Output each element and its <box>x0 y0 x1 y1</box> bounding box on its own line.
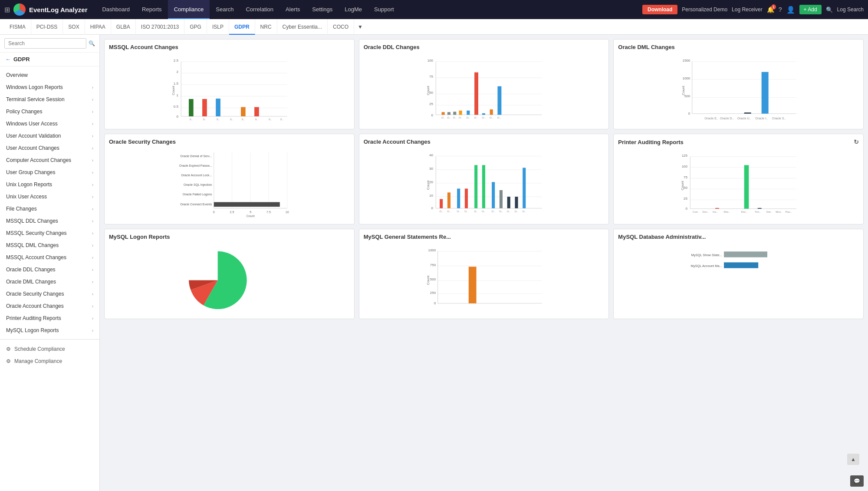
sidebar-item-oracle-security[interactable]: Oracle Security Changes › <box>0 288 99 300</box>
svg-text:O..: O.. <box>499 210 503 213</box>
sidebar-item-label: Windows Logon Reports <box>6 84 63 90</box>
user-avatar[interactable]: 👤 <box>786 6 795 14</box>
tab-islp[interactable]: ISLP <box>207 19 229 35</box>
sidebar-search-icon[interactable]: 🔍 <box>89 40 95 46</box>
app-grid-icon[interactable]: ⊞ <box>4 6 10 14</box>
chevron-right-icon: › <box>92 328 93 333</box>
svg-text:0: 0 <box>686 207 688 211</box>
svg-rect-112 <box>500 190 503 208</box>
nav-dashboard[interactable]: Dashboard <box>96 0 136 19</box>
scroll-to-top-button[interactable]: ▲ <box>847 454 859 465</box>
more-tabs-button[interactable]: ▼ <box>354 24 366 30</box>
sidebar-manage-compliance[interactable]: ⚙ Manage Compliance <box>0 355 99 367</box>
svg-rect-113 <box>507 197 510 208</box>
charts-grid: MSSQL Account Changes 2.5 2 1.5 1 0.5 0 <box>104 39 864 319</box>
chart-oracle-dml-changes: Oracle DML Changes 1500 1000 500 0 Oracl… <box>613 39 864 129</box>
tab-pci-dss[interactable]: PCI-DSS <box>31 19 63 35</box>
svg-text:1000: 1000 <box>683 76 690 80</box>
sidebar-item-oracle-dml[interactable]: Oracle DML Changes › <box>0 276 99 288</box>
svg-rect-15 <box>216 99 220 116</box>
tab-glba[interactable]: GLBA <box>111 19 136 35</box>
svg-text:0: 0 <box>434 301 436 305</box>
sidebar-item-label: File Changes <box>6 206 37 212</box>
svg-rect-14 <box>202 99 207 116</box>
nav-correlation[interactable]: Correlation <box>240 0 279 19</box>
sidebar-item-file-changes[interactable]: File Changes › <box>0 203 99 215</box>
chevron-right-icon: › <box>92 97 93 102</box>
sidebar: 🔍 ← GDPR Overview Windows Logon Reports … <box>0 35 100 491</box>
chart-title-text: Oracle DDL Changes <box>364 44 420 50</box>
nav-reports[interactable]: Reports <box>136 0 168 19</box>
sidebar-item-user-account-changes[interactable]: User Account Changes › <box>0 142 99 154</box>
chevron-right-icon: › <box>92 231 93 236</box>
tab-iso[interactable]: ISO 27001:2013 <box>136 19 184 35</box>
svg-text:O..: O.. <box>457 210 460 213</box>
nav-alerts[interactable]: Alerts <box>279 0 306 19</box>
chevron-right-icon: › <box>92 267 93 272</box>
sidebar-item-overview[interactable]: Overview <box>0 69 99 81</box>
notification-bell[interactable]: 🔔1 <box>767 6 774 13</box>
sidebar-item-windows-user-access[interactable]: Windows User Access › <box>0 118 99 130</box>
svg-text:0: 0 <box>213 211 215 214</box>
sidebar-item-mssql-dml[interactable]: MSSQL DML Changes › <box>0 239 99 251</box>
sidebar-item-unix-user-access[interactable]: Unix User Access › <box>0 191 99 203</box>
sidebar-item-terminal[interactable]: Terminal Service Session › <box>0 93 99 105</box>
sidebar-item-oracle-account[interactable]: Oracle Account Changes › <box>0 300 99 312</box>
nav-support[interactable]: Support <box>368 0 400 19</box>
sidebar-item-windows-logon[interactable]: Windows Logon Reports › <box>0 81 99 93</box>
mysql-general-bar-chart: 1000 750 500 250 0 Count <box>364 244 605 313</box>
svg-text:Count: Count <box>426 275 430 285</box>
sidebar-schedule-compliance[interactable]: ⚙ Schedule Compliance <box>0 343 99 355</box>
sidebar-item-user-group[interactable]: User Group Changes › <box>0 166 99 178</box>
sidebar-item-mssql-account[interactable]: MSSQL Account Changes › <box>0 251 99 264</box>
svg-rect-39 <box>447 112 450 115</box>
nav-compliance[interactable]: Compliance <box>168 0 210 19</box>
sidebar-item-printer-auditing[interactable]: Printer Auditing Reports › <box>0 312 99 324</box>
mssql-account-bar-chart: 2.5 2 1.5 1 0.5 0 <box>109 54 350 123</box>
tab-coco[interactable]: COCO <box>328 19 354 35</box>
svg-text:Oracle S..: Oracle S.. <box>772 117 786 120</box>
svg-text:Count: Count <box>426 180 430 190</box>
svg-text:O..: O.. <box>515 210 519 213</box>
nav-settings[interactable]: Settings <box>306 0 339 19</box>
back-navigation[interactable]: ← GDPR <box>0 53 99 66</box>
chat-button[interactable]: 💬 <box>850 475 864 487</box>
chart-title-text: Oracle Security Changes <box>109 138 176 145</box>
sidebar-item-mssql-ddl[interactable]: MSSQL DDL Changes › <box>0 215 99 227</box>
svg-rect-45 <box>490 109 493 115</box>
search-icon[interactable]: 🔍 <box>826 7 833 13</box>
sidebar-search-input[interactable] <box>4 38 86 49</box>
tab-hipaa[interactable]: HIPAA <box>85 19 111 35</box>
sidebar-item-label: User Account Changes <box>6 145 59 151</box>
sidebar-item-mssql-security[interactable]: MSSQL Security Changes › <box>0 227 99 239</box>
svg-text:O..: O.. <box>441 116 445 119</box>
tab-fisma[interactable]: FISMA <box>4 19 31 35</box>
sidebar-item-policy[interactable]: Policy Changes › <box>0 105 99 118</box>
sidebar-item-mysql-logon[interactable]: MySQL Logon Reports › <box>0 324 99 336</box>
nav-search[interactable]: Search <box>210 0 240 19</box>
tab-nrc[interactable]: NRC <box>255 19 277 35</box>
svg-text:10: 10 <box>429 194 433 198</box>
log-search-button[interactable]: Log Search <box>837 7 864 13</box>
nav-logme[interactable]: LogMe <box>339 0 368 19</box>
personalized-demo-button[interactable]: Personalized Demo <box>682 7 727 13</box>
tab-cyber[interactable]: Cyber Essentia... <box>277 19 328 35</box>
log-receiver-button[interactable]: Log Receiver <box>732 7 763 13</box>
sidebar-item-label: MSSQL Account Changes <box>6 254 66 260</box>
sidebar-item-unix-logon[interactable]: Unix Logon Reports › <box>0 178 99 191</box>
download-button[interactable]: Download <box>642 5 677 14</box>
tab-gdpr[interactable]: GDPR <box>229 19 255 35</box>
sidebar-item-user-account-validation[interactable]: User Account Validation › <box>0 130 99 142</box>
sidebar-item-computer-account[interactable]: Computer Account Changes › <box>0 154 99 166</box>
svg-rect-17 <box>254 107 259 116</box>
refresh-icon[interactable]: ↻ <box>854 138 859 145</box>
sidebar-item-label: Unix User Access <box>6 194 47 200</box>
add-button[interactable]: + Add <box>799 5 822 14</box>
help-button[interactable]: ? <box>779 6 782 13</box>
mysql-db-admin-chart: MySQL Show State... MySQL Account Ma... <box>618 244 859 287</box>
tab-gpg[interactable]: GPG <box>184 19 207 35</box>
tab-sox[interactable]: SOX <box>63 19 85 35</box>
svg-text:500: 500 <box>430 277 436 281</box>
sidebar-item-oracle-ddl[interactable]: Oracle DDL Changes › <box>0 264 99 276</box>
chart-title: MySQL General Statements Re... <box>364 234 605 240</box>
